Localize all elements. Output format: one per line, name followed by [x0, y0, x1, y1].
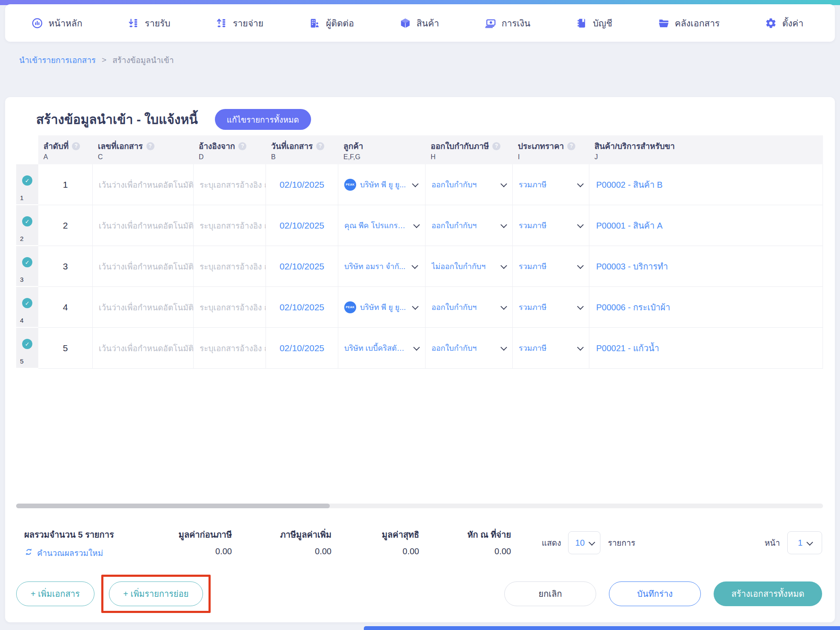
- tax-invoice-dropdown[interactable]: ออกใบกำกับฯ: [426, 164, 513, 205]
- chevron-down-icon: [412, 303, 419, 310]
- horizontal-scrollbar-thumb[interactable]: [16, 504, 330, 508]
- nav-item-contacts[interactable]: ผู้ติดต่อ: [309, 16, 354, 30]
- customer-dropdown[interactable]: บริษัท เบบี้คริสตัน...: [338, 328, 426, 369]
- nav-item-label: บัญชี: [593, 16, 612, 30]
- breadcrumb-link-import-documents[interactable]: นำเข้ารายการเอกสาร: [19, 54, 96, 66]
- customer-name: บริษัท พี ยู ยู...: [360, 301, 406, 313]
- row-check-icon[interactable]: ✓: [22, 257, 32, 267]
- breadcrumb-separator: >: [102, 55, 106, 65]
- document-number-input[interactable]: เว้นว่างเพื่อกำหนดอัตโนมัติ: [93, 246, 194, 287]
- sequence-cell: 5: [38, 328, 93, 369]
- help-icon[interactable]: ?: [492, 142, 500, 150]
- document-date-field[interactable]: 02/10/2025: [266, 164, 338, 205]
- document-date-field[interactable]: 02/10/2025: [266, 328, 338, 369]
- column-letter: I: [518, 153, 589, 161]
- page-select[interactable]: 1: [787, 531, 822, 554]
- chevron-down-icon: [500, 303, 507, 310]
- document-date-field[interactable]: 02/10/2025: [266, 246, 338, 287]
- customer-dropdown[interactable]: PEAKบริษัท พี ยู ยู...: [338, 287, 426, 328]
- tax-invoice-value: ออกใบกำกับฯ: [431, 178, 477, 191]
- expense-icon: [216, 17, 227, 29]
- summary-count-block: ผลรวมจำนวน 5 รายการ คำนวณผลรวมใหม่: [24, 528, 138, 559]
- price-type-dropdown[interactable]: รวมภาษี: [513, 164, 589, 205]
- help-icon[interactable]: ?: [316, 142, 324, 150]
- nav-item-documents[interactable]: คลังเอกสาร: [658, 16, 720, 30]
- document-number-input[interactable]: เว้นว่างเพื่อกำหนดอัตโนมัติ: [93, 287, 194, 328]
- document-date-field[interactable]: 02/10/2025: [266, 205, 338, 246]
- edit-all-items-button[interactable]: แก้ไขรายการทั้งหมด: [215, 109, 311, 130]
- row-check-icon[interactable]: ✓: [22, 175, 32, 186]
- nav-item-expense[interactable]: รายจ่าย: [216, 16, 263, 30]
- add-sub-item-button[interactable]: + เพิ่มรายการย่อย: [109, 581, 203, 606]
- nav-item-label: รายรับ: [145, 16, 170, 30]
- help-icon[interactable]: ?: [238, 142, 246, 150]
- row-number: 3: [20, 276, 23, 283]
- reference-input[interactable]: ระบุเอกสารอ้างอิง ถ้: [194, 164, 266, 205]
- price-type-dropdown[interactable]: รวมภาษี: [513, 328, 589, 369]
- nav-item-finance[interactable]: การเงิน: [485, 16, 531, 30]
- product-link[interactable]: P00021 - แก้วน้ำ: [589, 328, 823, 369]
- cancel-button[interactable]: ยกเลิก: [504, 581, 596, 606]
- customer-dropdown[interactable]: บริษัท อมรา จำกั...: [338, 246, 426, 287]
- price-type-dropdown[interactable]: รวมภาษี: [513, 246, 589, 287]
- product-link[interactable]: P00001 - สินค้า A: [589, 205, 823, 246]
- customer-dropdown[interactable]: คุณ พีค โปรแกรม...: [338, 205, 426, 246]
- row-check-icon[interactable]: ✓: [22, 216, 32, 226]
- summary-field-value: 0.00: [435, 547, 511, 556]
- tax-invoice-value: ไม่ออกใบกำกับฯ: [431, 260, 486, 272]
- help-icon[interactable]: ?: [567, 142, 575, 150]
- row-check-icon[interactable]: ✓: [22, 339, 32, 349]
- highlight-rectangle: + เพิ่มรายการย่อย: [101, 575, 211, 613]
- per-page-control: แสดง 10 รายการ: [542, 531, 635, 554]
- document-number-input[interactable]: เว้นว่างเพื่อกำหนดอัตโนมัติ: [93, 164, 194, 205]
- recalculate-link[interactable]: คำนวณผลรวมใหม่: [24, 547, 138, 559]
- reference-input[interactable]: ระบุเอกสารอ้างอิง ถ้: [194, 205, 266, 246]
- document-number-input[interactable]: เว้นว่างเพื่อกำหนดอัตโนมัติ: [93, 205, 194, 246]
- breadcrumb-current: สร้างข้อมูลนำเข้า: [112, 54, 174, 66]
- tax-invoice-dropdown[interactable]: ออกใบกำกับฯ: [426, 205, 513, 246]
- column-letter: A: [43, 153, 93, 161]
- column-header: ประเภทราคา?I: [513, 135, 589, 164]
- price-type-dropdown[interactable]: รวมภาษี: [513, 205, 589, 246]
- summary-fields: มูลค่าก่อนภาษี0.00ภาษีมูลค่าเพิ่ม0.00มูล…: [138, 528, 511, 556]
- nav-item-label: รายจ่าย: [233, 16, 263, 30]
- row-number: 1: [20, 194, 23, 201]
- reference-input[interactable]: ระบุเอกสารอ้างอิง ถ้: [194, 246, 266, 287]
- summary-field-label: ภาษีมูลค่าเพิ่ม: [248, 528, 331, 541]
- document-number-input[interactable]: เว้นว่างเพื่อกำหนดอัตโนมัติ: [93, 328, 194, 369]
- tax-invoice-dropdown[interactable]: ไม่ออกใบกำกับฯ: [426, 246, 513, 287]
- column-letter: J: [594, 153, 823, 161]
- chevron-down-icon: [500, 344, 507, 351]
- reference-input[interactable]: ระบุเอกสารอ้างอิง ถ้: [194, 287, 266, 328]
- nav-item-accounting[interactable]: บัญชี: [576, 16, 612, 30]
- sequence-cell: 2: [38, 205, 93, 246]
- create-all-documents-button[interactable]: สร้างเอกสารทั้งหมด: [714, 581, 822, 606]
- nav-item-label: สินค้า: [417, 16, 439, 30]
- tax-invoice-dropdown[interactable]: ออกใบกำกับฯ: [426, 287, 513, 328]
- summary-field-value: 0.00: [348, 547, 419, 556]
- nav-item-products[interactable]: สินค้า: [400, 16, 439, 30]
- customer-dropdown[interactable]: PEAKบริษัท พี ยู ยู...: [338, 164, 426, 205]
- product-link[interactable]: P00003 - บริการทำ: [589, 246, 823, 287]
- per-page-select[interactable]: 10: [568, 531, 600, 554]
- save-draft-button[interactable]: บันทึกร่าง: [609, 581, 701, 606]
- product-link[interactable]: P00002 - สินค้า B: [589, 164, 823, 205]
- product-link[interactable]: P00006 - กระเป๋าผ้า: [589, 287, 823, 328]
- help-icon[interactable]: ?: [72, 142, 80, 150]
- title-row: สร้างข้อมูลนำเข้า - ใบแจ้งหนี้ แก้ไขรายก…: [36, 109, 311, 130]
- price-type-dropdown[interactable]: รวมภาษี: [513, 287, 589, 328]
- breadcrumb: นำเข้ารายการเอกสาร > สร้างข้อมูลนำเข้า: [19, 54, 174, 66]
- customer-name: บริษัท เบบี้คริสตัน...: [344, 342, 407, 354]
- reference-input[interactable]: ระบุเอกสารอ้างอิง ถ้: [194, 328, 266, 369]
- chevron-down-icon: [500, 262, 507, 269]
- nav-item-settings[interactable]: ตั้งค่า: [765, 16, 803, 30]
- tax-invoice-dropdown[interactable]: ออกใบกำกับฯ: [426, 328, 513, 369]
- row-check-icon[interactable]: ✓: [22, 298, 32, 308]
- help-icon[interactable]: ?: [146, 142, 154, 150]
- nav-item-income[interactable]: รายรับ: [128, 16, 170, 30]
- add-document-button[interactable]: + เพิ่มเอกสาร: [16, 581, 94, 606]
- document-date-field[interactable]: 02/10/2025: [266, 287, 338, 328]
- table-row: ✓33เว้นว่างเพื่อกำหนดอัตโนมัติระบุเอกสาร…: [16, 246, 823, 287]
- nav-item-home[interactable]: หน้าหลัก: [31, 16, 82, 30]
- horizontal-scrollbar-track[interactable]: [16, 504, 823, 508]
